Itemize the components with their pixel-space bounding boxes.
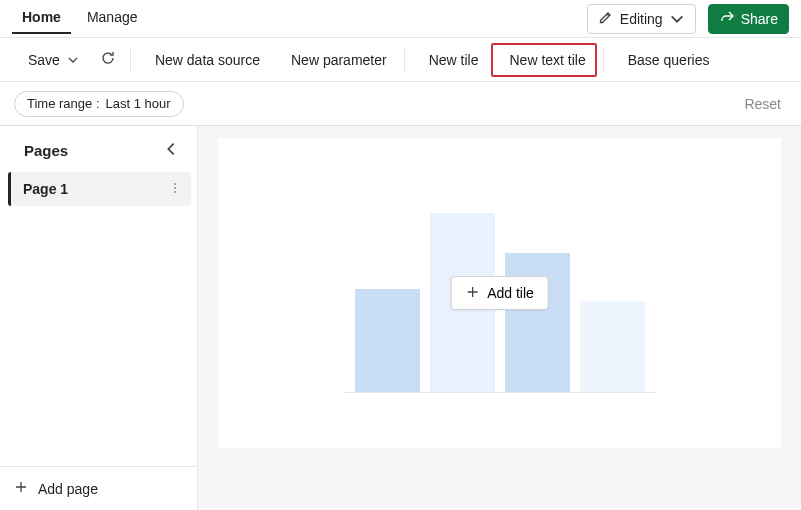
reset-button[interactable]: Reset: [732, 92, 787, 116]
pages-header: Pages: [0, 126, 197, 172]
collapse-sidebar-button[interactable]: [159, 138, 183, 162]
toolbar: Save New data source New parameter New t…: [0, 38, 801, 82]
new-text-tile-button[interactable]: New text tile: [491, 43, 596, 77]
chevron-down-icon: [669, 11, 685, 27]
add-page-label: Add page: [38, 481, 98, 497]
svg-point-11: [174, 191, 176, 193]
canvas-area: Add tile: [198, 126, 801, 510]
time-range-value: Last 1 hour: [106, 96, 171, 111]
save-button[interactable]: Save: [10, 43, 90, 77]
workspace: Pages Page 1 Add page: [0, 126, 801, 510]
plus-icon: [465, 285, 479, 302]
base-queries-button[interactable]: Base queries: [610, 43, 721, 77]
add-tile-label: Add tile: [487, 285, 534, 301]
page-more-button[interactable]: [169, 181, 181, 197]
placeholder-bar: [505, 253, 570, 393]
share-button[interactable]: Share: [708, 4, 789, 34]
refresh-icon: [100, 50, 116, 69]
page-item[interactable]: Page 1: [8, 172, 191, 206]
svg-point-9: [174, 183, 176, 185]
time-range-label: Time range :: [27, 96, 100, 111]
svg-point-10: [174, 187, 176, 189]
chevron-down-icon: [67, 54, 79, 66]
separator: [603, 47, 604, 73]
title-bar: Home Manage Editing Share: [0, 0, 801, 38]
pencil-icon: [598, 9, 614, 28]
pages-sidebar: Pages Page 1 Add page: [0, 126, 198, 510]
save-label: Save: [28, 52, 60, 68]
new-parameter-label: New parameter: [291, 52, 387, 68]
time-range-pill[interactable]: Time range : Last 1 hour: [14, 91, 184, 117]
plus-icon: [14, 480, 28, 497]
separator: [404, 47, 405, 73]
reset-label: Reset: [744, 96, 781, 112]
tab-home[interactable]: Home: [12, 3, 71, 34]
editing-mode-button[interactable]: Editing: [587, 4, 696, 34]
chevron-left-icon: [163, 141, 179, 160]
add-tile-button[interactable]: Add tile: [450, 276, 549, 310]
nav-tabs: Home Manage: [12, 0, 148, 37]
separator: [130, 47, 131, 73]
pages-title: Pages: [24, 142, 151, 159]
add-page-button[interactable]: Add page: [0, 466, 197, 510]
refresh-button[interactable]: [92, 44, 124, 76]
new-tile-label: New tile: [429, 52, 479, 68]
filter-bar: Time range : Last 1 hour Reset: [0, 82, 801, 126]
chart-baseline: [343, 392, 657, 393]
new-data-source-button[interactable]: New data source: [137, 43, 271, 77]
new-parameter-button[interactable]: New parameter: [273, 43, 398, 77]
more-vertical-icon: [169, 181, 181, 197]
page-label: Page 1: [23, 181, 68, 197]
editing-label: Editing: [620, 11, 663, 27]
placeholder-bar: [355, 289, 420, 393]
new-text-tile-label: New text tile: [509, 52, 585, 68]
base-queries-label: Base queries: [628, 52, 710, 68]
share-label: Share: [741, 11, 778, 27]
dashboard-canvas[interactable]: Add tile: [218, 138, 781, 448]
empty-chart-placeholder: Add tile: [355, 193, 645, 393]
tab-manage[interactable]: Manage: [77, 3, 148, 34]
new-data-source-label: New data source: [155, 52, 260, 68]
share-icon: [719, 9, 735, 28]
placeholder-bar: [580, 301, 645, 393]
new-tile-button[interactable]: New tile: [411, 43, 490, 77]
